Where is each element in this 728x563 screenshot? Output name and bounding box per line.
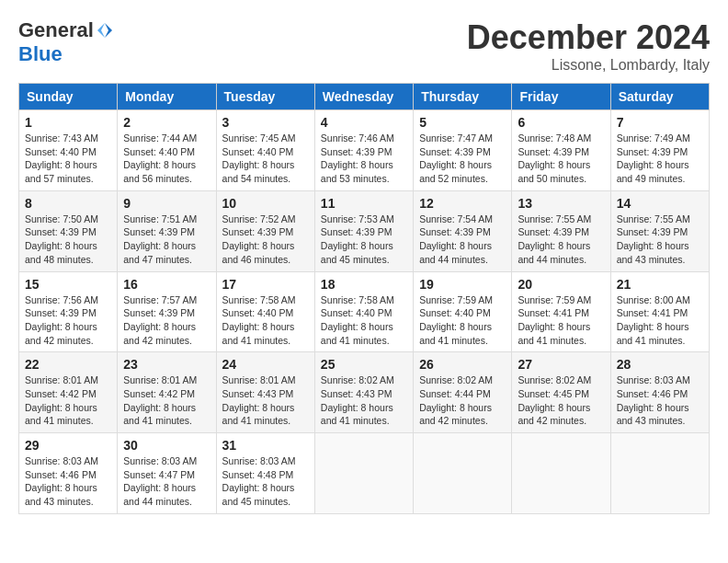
day-info: Sunrise: 8:00 AM Sunset: 4:41 PM Dayligh… (617, 293, 703, 348)
weekday-header-friday: Friday (512, 84, 610, 110)
calendar-week-row: 29Sunrise: 8:03 AM Sunset: 4:46 PM Dayli… (19, 433, 710, 514)
calendar-day-cell: 17Sunrise: 7:58 AM Sunset: 4:40 PM Dayli… (216, 271, 314, 352)
day-info: Sunrise: 7:43 AM Sunset: 4:40 PM Dayligh… (25, 132, 111, 186)
day-info: Sunrise: 7:45 AM Sunset: 4:40 PM Dayligh… (222, 132, 309, 186)
day-number: 13 (518, 196, 604, 211)
weekday-header-saturday: Saturday (610, 84, 709, 110)
calendar-day-cell: 1Sunrise: 7:43 AM Sunset: 4:40 PM Daylig… (19, 110, 118, 191)
day-info: Sunrise: 8:03 AM Sunset: 4:46 PM Dayligh… (25, 454, 111, 509)
weekday-header-tuesday: Tuesday (216, 84, 314, 110)
calendar-day-cell: 20Sunrise: 7:59 AM Sunset: 4:41 PM Dayli… (512, 271, 610, 352)
calendar-day-cell: 23Sunrise: 8:01 AM Sunset: 4:42 PM Dayli… (118, 352, 216, 433)
calendar-day-cell: 5Sunrise: 7:47 AM Sunset: 4:39 PM Daylig… (414, 110, 512, 191)
calendar-week-row: 22Sunrise: 8:01 AM Sunset: 4:42 PM Dayli… (19, 352, 710, 433)
day-number: 15 (25, 277, 111, 292)
day-info: Sunrise: 7:46 AM Sunset: 4:39 PM Dayligh… (321, 132, 407, 186)
calendar-week-row: 8Sunrise: 7:50 AM Sunset: 4:39 PM Daylig… (19, 190, 710, 271)
day-number: 7 (617, 115, 703, 130)
day-number: 3 (222, 115, 309, 130)
day-number: 30 (123, 438, 210, 453)
calendar-day-cell: 9Sunrise: 7:51 AM Sunset: 4:39 PM Daylig… (118, 190, 216, 271)
calendar-day-cell: 8Sunrise: 7:50 AM Sunset: 4:39 PM Daylig… (19, 190, 118, 271)
weekday-header-wednesday: Wednesday (314, 84, 413, 110)
day-number: 25 (321, 357, 407, 372)
calendar-day-cell: 4Sunrise: 7:46 AM Sunset: 4:39 PM Daylig… (314, 110, 413, 191)
day-info: Sunrise: 7:52 AM Sunset: 4:39 PM Dayligh… (222, 213, 309, 267)
calendar-day-cell: 30Sunrise: 8:03 AM Sunset: 4:47 PM Dayli… (118, 433, 216, 514)
day-info: Sunrise: 7:48 AM Sunset: 4:39 PM Dayligh… (518, 132, 604, 186)
day-info: Sunrise: 7:57 AM Sunset: 4:39 PM Dayligh… (123, 293, 210, 348)
day-info: Sunrise: 7:51 AM Sunset: 4:39 PM Dayligh… (123, 213, 210, 267)
svg-marker-0 (105, 23, 112, 38)
calendar-day-cell: 19Sunrise: 7:59 AM Sunset: 4:40 PM Dayli… (414, 271, 512, 352)
day-info: Sunrise: 7:50 AM Sunset: 4:39 PM Dayligh… (25, 213, 111, 267)
day-info: Sunrise: 7:44 AM Sunset: 4:40 PM Dayligh… (123, 132, 210, 186)
logo-general-text: General (18, 18, 94, 42)
day-info: Sunrise: 8:03 AM Sunset: 4:48 PM Dayligh… (222, 454, 309, 509)
day-number: 21 (617, 277, 703, 292)
calendar-day-cell: 28Sunrise: 8:03 AM Sunset: 4:46 PM Dayli… (610, 352, 709, 433)
weekday-header-thursday: Thursday (414, 84, 512, 110)
day-info: Sunrise: 8:01 AM Sunset: 4:42 PM Dayligh… (123, 373, 210, 428)
calendar-day-cell: 26Sunrise: 8:02 AM Sunset: 4:44 PM Dayli… (414, 352, 512, 433)
day-number: 31 (222, 438, 309, 453)
day-number: 29 (25, 438, 111, 453)
logo: General Blue (18, 18, 114, 66)
month-title: December 2024 (467, 18, 710, 57)
day-info: Sunrise: 8:03 AM Sunset: 4:46 PM Dayligh… (617, 373, 703, 428)
day-number: 24 (222, 357, 309, 372)
day-number: 5 (419, 115, 506, 130)
day-number: 14 (617, 196, 703, 211)
day-info: Sunrise: 7:55 AM Sunset: 4:39 PM Dayligh… (518, 213, 604, 267)
day-number: 6 (518, 115, 604, 130)
day-info: Sunrise: 8:02 AM Sunset: 4:45 PM Dayligh… (518, 373, 604, 428)
calendar-day-cell (610, 433, 709, 514)
day-number: 9 (123, 196, 210, 211)
day-info: Sunrise: 8:03 AM Sunset: 4:47 PM Dayligh… (123, 454, 210, 509)
svg-marker-1 (97, 23, 105, 38)
day-number: 27 (518, 357, 604, 372)
calendar-day-cell: 2Sunrise: 7:44 AM Sunset: 4:40 PM Daylig… (118, 110, 216, 191)
calendar-week-row: 15Sunrise: 7:56 AM Sunset: 4:39 PM Dayli… (19, 271, 710, 352)
day-info: Sunrise: 7:58 AM Sunset: 4:40 PM Dayligh… (321, 293, 407, 348)
page-header: General Blue December 2024 Lissone, Lomb… (18, 18, 710, 74)
calendar-day-cell: 25Sunrise: 8:02 AM Sunset: 4:43 PM Dayli… (314, 352, 413, 433)
location: Lissone, Lombardy, Italy (467, 57, 710, 74)
calendar-week-row: 1Sunrise: 7:43 AM Sunset: 4:40 PM Daylig… (19, 110, 710, 191)
calendar-day-cell: 27Sunrise: 8:02 AM Sunset: 4:45 PM Dayli… (512, 352, 610, 433)
calendar-day-cell: 31Sunrise: 8:03 AM Sunset: 4:48 PM Dayli… (216, 433, 314, 514)
calendar-day-cell: 18Sunrise: 7:58 AM Sunset: 4:40 PM Dayli… (314, 271, 413, 352)
day-number: 16 (123, 277, 210, 292)
calendar-table: SundayMondayTuesdayWednesdayThursdayFrid… (18, 83, 710, 514)
day-info: Sunrise: 7:56 AM Sunset: 4:39 PM Dayligh… (25, 293, 111, 348)
day-info: Sunrise: 8:02 AM Sunset: 4:44 PM Dayligh… (419, 373, 506, 428)
day-number: 23 (123, 357, 210, 372)
weekday-header-sunday: Sunday (19, 84, 118, 110)
day-info: Sunrise: 7:54 AM Sunset: 4:39 PM Dayligh… (419, 213, 506, 267)
day-number: 12 (419, 196, 506, 211)
calendar-day-cell: 3Sunrise: 7:45 AM Sunset: 4:40 PM Daylig… (216, 110, 314, 191)
day-number: 18 (321, 277, 407, 292)
calendar-day-cell: 11Sunrise: 7:53 AM Sunset: 4:39 PM Dayli… (314, 190, 413, 271)
day-number: 2 (123, 115, 210, 130)
day-number: 10 (222, 196, 309, 211)
day-number: 11 (321, 196, 407, 211)
calendar-day-cell (414, 433, 512, 514)
logo-icon (96, 21, 114, 40)
day-info: Sunrise: 7:47 AM Sunset: 4:39 PM Dayligh… (419, 132, 506, 186)
calendar-day-cell: 13Sunrise: 7:55 AM Sunset: 4:39 PM Dayli… (512, 190, 610, 271)
day-number: 1 (25, 115, 111, 130)
calendar-day-cell: 29Sunrise: 8:03 AM Sunset: 4:46 PM Dayli… (19, 433, 118, 514)
day-number: 28 (617, 357, 703, 372)
calendar-day-cell: 16Sunrise: 7:57 AM Sunset: 4:39 PM Dayli… (118, 271, 216, 352)
day-info: Sunrise: 7:49 AM Sunset: 4:39 PM Dayligh… (617, 132, 703, 186)
calendar-day-cell: 15Sunrise: 7:56 AM Sunset: 4:39 PM Dayli… (19, 271, 118, 352)
calendar-day-cell: 10Sunrise: 7:52 AM Sunset: 4:39 PM Dayli… (216, 190, 314, 271)
day-info: Sunrise: 7:53 AM Sunset: 4:39 PM Dayligh… (321, 213, 407, 267)
day-info: Sunrise: 8:01 AM Sunset: 4:43 PM Dayligh… (222, 373, 309, 428)
calendar-day-cell: 6Sunrise: 7:48 AM Sunset: 4:39 PM Daylig… (512, 110, 610, 191)
day-number: 26 (419, 357, 506, 372)
day-number: 22 (25, 357, 111, 372)
logo-blue-text: Blue (18, 42, 63, 65)
day-number: 4 (321, 115, 407, 130)
